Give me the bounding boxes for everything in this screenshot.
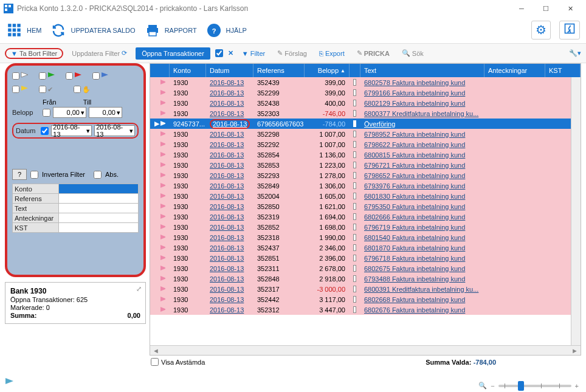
- flag-red-check[interactable]: [66, 72, 73, 80]
- table-row[interactable]: 19302016-08-133523123 447,006802676 Fakt…: [150, 304, 581, 315]
- cell-datum[interactable]: 2016-08-13: [206, 286, 253, 293]
- anteckningar-filter-input[interactable]: [59, 213, 139, 223]
- cell-datum[interactable]: 2016-08-13: [206, 224, 253, 231]
- row-checkbox[interactable]: [353, 151, 356, 158]
- row-checkbox[interactable]: [353, 162, 356, 168]
- export-button[interactable]: ⎘ Export: [315, 49, 348, 58]
- search-button[interactable]: 🔍 Sök: [398, 48, 427, 58]
- abs-check[interactable]: [94, 171, 102, 179]
- row-checkbox[interactable]: [353, 255, 356, 261]
- table-row[interactable]: 19302016-08-133522981 007,006798952 Fakt…: [150, 129, 581, 139]
- cell-datum[interactable]: 2016-08-13: [206, 151, 253, 159]
- flag-yellow-check[interactable]: [12, 86, 19, 93]
- cell-datum[interactable]: 2016-08-13: [206, 244, 253, 252]
- home-button[interactable]: HEM: [6, 22, 41, 39]
- cell-datum[interactable]: 2016-08-13: [206, 306, 253, 314]
- row-checkbox[interactable]: [353, 213, 356, 220]
- exit-icon[interactable]: [559, 21, 580, 40]
- question-button[interactable]: ?: [12, 169, 27, 180]
- belopp-check[interactable]: [43, 109, 50, 117]
- cell-datum[interactable]: 2016-08-13: [206, 89, 253, 97]
- maximize-button[interactable]: ☐: [534, 0, 558, 17]
- referens-filter-input[interactable]: [59, 194, 139, 204]
- cell-datum[interactable]: 2016-08-13: [206, 265, 253, 272]
- table-row[interactable]: ▶9245737...2016-08-136796566/6760366/-78…: [150, 119, 581, 129]
- cell-text[interactable]: 6800391 Kreditfaktura inbetalning ku...: [360, 286, 484, 293]
- zoom-icon[interactable]: 🔍: [478, 382, 487, 390]
- toggle-check-1[interactable]: [215, 49, 223, 57]
- settings-icon[interactable]: ⚙: [531, 21, 551, 40]
- cell-text[interactable]: 6802666 Faktura inbetalning kund: [360, 213, 484, 221]
- col-anteckningar[interactable]: Anteckningar: [484, 64, 545, 77]
- flag-green-check[interactable]: [39, 72, 46, 80]
- open-transactions-tab[interactable]: Öppna Transaktioner: [136, 47, 210, 60]
- cell-datum[interactable]: 2016-08-13: [206, 119, 253, 129]
- zoom-slider[interactable]: [498, 385, 571, 387]
- table-row[interactable]: 19302016-08-13352303-746,006800377 Kredi…: [150, 108, 581, 119]
- cell-text[interactable]: 6798622 Faktura inbetalning kund: [360, 141, 484, 148]
- cell-datum[interactable]: 2016-08-13: [206, 275, 253, 283]
- remove-filter-button[interactable]: ▼ Ta Bort Filter: [5, 48, 63, 59]
- cell-datum[interactable]: 2016-08-13: [206, 141, 253, 148]
- row-checkbox[interactable]: [353, 224, 356, 230]
- row-checkbox[interactable]: [353, 244, 356, 251]
- flag-white-check[interactable]: [12, 72, 19, 80]
- table-row[interactable]: 19302016-08-133523112 678,006802675 Fakt…: [150, 263, 581, 273]
- report-button[interactable]: RAPPORT: [144, 22, 197, 39]
- belopp-to-input[interactable]: 0,00▾: [89, 107, 122, 118]
- x-icon[interactable]: ✕: [228, 49, 233, 57]
- cell-text[interactable]: 6801830 Faktura inbetalning kund: [360, 193, 484, 200]
- visa-avstamda-check[interactable]: [151, 358, 159, 366]
- invert-check[interactable]: [30, 171, 38, 179]
- update-filter-button[interactable]: Uppdatera Filter ⟳: [68, 48, 131, 58]
- cell-text[interactable]: 6796719 Faktura inbetalning kund: [360, 224, 484, 231]
- filter-button[interactable]: ▼ Filter: [238, 49, 269, 58]
- table-row[interactable]: 19302016-08-133520041 605,006801830 Fakt…: [150, 191, 581, 201]
- cell-text[interactable]: 6796718 Faktura inbetalning kund: [360, 255, 484, 262]
- cell-text[interactable]: 6799166 Faktura inbetalning kund: [360, 89, 484, 97]
- row-checkbox[interactable]: [353, 172, 356, 179]
- table-row[interactable]: 19302016-08-133522931 278,006798652 Fakt…: [150, 170, 581, 181]
- cell-text[interactable]: 6802668 Faktura inbetalning kund: [360, 296, 484, 303]
- row-checkbox[interactable]: [353, 110, 356, 117]
- table-row[interactable]: 19302016-08-133523191 694,006802666 Fakt…: [150, 211, 581, 222]
- wrench-icon[interactable]: 🔧▾: [569, 49, 581, 57]
- row-checkbox[interactable]: [353, 79, 356, 86]
- cell-datum[interactable]: 2016-08-13: [206, 172, 253, 179]
- row-checkbox[interactable]: [353, 306, 356, 313]
- cell-text[interactable]: 6798952 Faktura inbetalning kund: [360, 131, 484, 138]
- flag-blue-check[interactable]: [92, 72, 100, 80]
- col-kst[interactable]: KST: [545, 64, 581, 77]
- table-row[interactable]: 19302016-08-133528482 918,006793488 Fakt…: [150, 273, 581, 284]
- table-row[interactable]: 19302016-08-133528512 396,006796718 Fakt…: [150, 253, 581, 263]
- table-row[interactable]: 19302016-08-133522921 007,006798622 Fakt…: [150, 139, 581, 150]
- table-row[interactable]: 19302016-08-133528541 136,006800815 Fakt…: [150, 150, 581, 160]
- datum-check[interactable]: [41, 127, 49, 135]
- row-checkbox[interactable]: [353, 100, 356, 106]
- cell-text[interactable]: 6800815 Faktura inbetalning kund: [360, 151, 484, 159]
- col-belopp[interactable]: Belopp▲: [305, 64, 350, 77]
- konto-filter-input[interactable]: [59, 184, 139, 194]
- cell-text[interactable]: 6801540 Faktura inbetalning kund: [360, 234, 484, 241]
- row-checkbox[interactable]: [353, 286, 356, 292]
- table-row[interactable]: 19302016-08-133524423 117,006802668 Fakt…: [150, 294, 581, 304]
- zoom-out-icon[interactable]: −: [491, 382, 494, 390]
- table-row[interactable]: 19302016-08-13352299399,006799166 Faktur…: [150, 88, 581, 98]
- row-checkbox[interactable]: [353, 275, 356, 282]
- cell-datum[interactable]: 2016-08-13: [206, 234, 253, 241]
- belopp-from-input[interactable]: 0,00▾: [53, 107, 86, 118]
- cell-text[interactable]: 6800377 Kreditfaktura inbetalning ku...: [360, 110, 484, 117]
- horizontal-scrollbar[interactable]: ◄►: [150, 345, 581, 355]
- cell-datum[interactable]: 2016-08-13: [206, 110, 253, 117]
- cell-datum[interactable]: 2016-08-13: [206, 162, 253, 169]
- cell-datum[interactable]: 2016-08-13: [206, 213, 253, 221]
- cell-text[interactable]: 6793976 Faktura inbetalning kund: [360, 182, 484, 190]
- minimize-button[interactable]: ─: [509, 0, 534, 17]
- cell-datum[interactable]: 2016-08-13: [206, 100, 253, 107]
- cell-datum[interactable]: 2016-08-13: [206, 182, 253, 190]
- row-checkbox[interactable]: [353, 193, 356, 199]
- cell-text[interactable]: 6802129 Faktura inbetalning kund: [360, 100, 484, 107]
- cell-datum[interactable]: 2016-08-13: [206, 203, 253, 210]
- cell-datum[interactable]: 2016-08-13: [206, 193, 253, 200]
- cell-text[interactable]: 6795350 Faktura inbetalning kund: [360, 203, 484, 210]
